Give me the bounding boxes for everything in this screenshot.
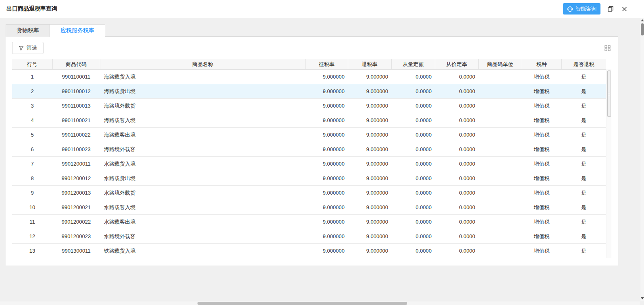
tab-taxable-service-rate[interactable]: 应税服务税率 — [50, 24, 105, 37]
cell-name: 海路载客出境 — [100, 128, 305, 142]
close-icon[interactable] — [621, 5, 628, 12]
cell-tax-rate: 9.000000 — [305, 142, 348, 157]
cell-tax-type: 增值税 — [522, 215, 561, 229]
column-header-code[interactable]: 商品代码 — [52, 59, 100, 70]
page-horizontal-scrollbar[interactable] — [0, 301, 640, 305]
cell-code: 9901100011 — [52, 70, 100, 84]
cell-code-unit — [478, 84, 522, 99]
cell-ad-valorem-rate: 0.0000 — [435, 99, 478, 113]
table-row[interactable]: 139901300011铁路载货入境9.0000009.0000000.0000… — [12, 244, 606, 258]
table-row[interactable]: 59901100022海路载客出境9.0000009.0000000.00000… — [12, 128, 606, 142]
table-header-row: 行号商品代码商品名称征税率退税率从量定额从价定率商品码单位税种是否退税 — [12, 59, 606, 70]
column-header-tax-type[interactable]: 税种 — [522, 59, 561, 70]
cell-quantity-quota: 0.0000 — [391, 84, 435, 99]
cell-ad-valorem-rate: 0.0000 — [435, 244, 478, 258]
cell-tax-type: 增值税 — [522, 84, 561, 99]
table-vertical-scrollbar-thumb[interactable] — [607, 71, 611, 117]
cell-tax-type: 增值税 — [522, 186, 561, 200]
smart-consult-label: 智能咨询 — [575, 5, 596, 12]
column-header-refundable[interactable]: 是否退税 — [561, 59, 606, 70]
cell-tax-rate: 9.000000 — [305, 84, 348, 99]
table-row[interactable]: 19901100011海路载货入境9.0000009.0000000.00000… — [12, 70, 606, 84]
cell-tax-rate: 9.000000 — [305, 186, 348, 200]
table-row[interactable]: 79901200011水路载货入境9.0000009.0000000.00000… — [12, 157, 606, 171]
column-header-refund-rate[interactable]: 退税率 — [348, 59, 391, 70]
cell-refund-rate: 9.000000 — [348, 229, 391, 244]
cell-code: 9901100013 — [52, 99, 100, 113]
cell-name: 海路境外载客 — [100, 142, 305, 157]
column-header-tax-rate[interactable]: 征税率 — [305, 59, 348, 70]
cell-ad-valorem-rate: 0.0000 — [435, 157, 478, 171]
cell-refundable: 是 — [561, 70, 606, 84]
content-panel: 筛选 行号商品代码商品名称征税率退税率从量定额从价定率商品码单位税种是否退税 1… — [6, 37, 618, 266]
scroll-up-arrow-icon[interactable] — [641, 19, 644, 21]
cell-refundable: 是 — [561, 186, 606, 200]
titlebar: 出口商品退税率查询 智能咨询 — [0, 0, 644, 18]
cell-code: 9901200022 — [52, 215, 100, 229]
cell-refund-rate: 9.000000 — [348, 99, 391, 113]
cell-code-unit — [478, 142, 522, 157]
cell-name: 水路载货出境 — [100, 171, 305, 186]
cell-name: 水路载客出境 — [100, 215, 305, 229]
cell-quantity-quota: 0.0000 — [391, 200, 435, 215]
cell-ad-valorem-rate: 0.0000 — [435, 84, 478, 99]
table-row[interactable]: 109901200021水路载客入境9.0000009.0000000.0000… — [12, 200, 606, 215]
table-row[interactable]: 49901100021海路载客入境9.0000009.0000000.00000… — [12, 113, 606, 128]
page-title: 出口商品退税率查询 — [6, 5, 57, 12]
tab-goods-rate[interactable]: 货物税率 — [6, 24, 50, 37]
filter-button[interactable]: 筛选 — [12, 42, 44, 54]
cell-row-no: 2 — [12, 84, 52, 99]
table-row[interactable]: 39901100013海路境外载货9.0000009.0000000.00000… — [12, 99, 606, 113]
table-row[interactable]: 89901200012水路载货出境9.0000009.0000000.00000… — [12, 171, 606, 186]
cell-refundable: 是 — [561, 142, 606, 157]
cell-tax-type: 增值税 — [522, 171, 561, 186]
page-horizontal-scrollbar-thumb[interactable] — [197, 302, 407, 305]
cell-refundable: 是 — [561, 229, 606, 244]
smart-consult-button[interactable]: 智能咨询 — [563, 3, 600, 15]
column-header-row-no[interactable]: 行号 — [12, 59, 52, 70]
cell-refundable: 是 — [561, 200, 606, 215]
cell-quantity-quota: 0.0000 — [391, 99, 435, 113]
cell-code-unit — [478, 171, 522, 186]
table-toolbar: 筛选 — [12, 42, 612, 54]
cell-refund-rate: 9.000000 — [348, 70, 391, 84]
column-header-ad-valorem-rate[interactable]: 从价定率 — [435, 59, 478, 70]
column-settings-icon[interactable] — [605, 45, 611, 52]
restore-window-icon[interactable] — [607, 5, 614, 12]
cell-quantity-quota: 0.0000 — [391, 171, 435, 186]
scroll-down-arrow-icon[interactable] — [641, 297, 644, 299]
cell-code-unit — [478, 157, 522, 171]
table-row[interactable]: 69901100023海路境外载客9.0000009.0000000.00000… — [12, 142, 606, 157]
column-header-quantity-quota[interactable]: 从量定额 — [391, 59, 435, 70]
cell-ad-valorem-rate: 0.0000 — [435, 70, 478, 84]
cell-ad-valorem-rate: 0.0000 — [435, 229, 478, 244]
headset-icon — [567, 6, 573, 12]
cell-code: 9901100021 — [52, 113, 100, 128]
cell-refundable: 是 — [561, 215, 606, 229]
cell-tax-rate: 9.000000 — [305, 99, 348, 113]
cell-row-no: 5 — [12, 128, 52, 142]
cell-quantity-quota: 0.0000 — [391, 128, 435, 142]
cell-tax-rate: 9.000000 — [305, 70, 348, 84]
cell-code-unit — [478, 215, 522, 229]
page-vertical-scrollbar-thumb[interactable] — [641, 23, 644, 35]
cell-row-no: 9 — [12, 186, 52, 200]
table-vertical-scrollbar[interactable] — [607, 69, 611, 258]
column-header-code-unit[interactable]: 商品码单位 — [478, 59, 522, 70]
cell-code-unit — [478, 70, 522, 84]
tab-taxable-service-rate-label: 应税服务税率 — [60, 27, 94, 34]
cell-refundable: 是 — [561, 157, 606, 171]
table-row[interactable]: 29901100012海路载货出境9.0000009.0000000.00000… — [12, 84, 606, 99]
cell-code-unit — [478, 229, 522, 244]
cell-refund-rate: 9.000000 — [348, 142, 391, 157]
page-vertical-scrollbar[interactable] — [640, 18, 644, 301]
cell-tax-type: 增值税 — [522, 142, 561, 157]
table-row[interactable]: 119901200022水路载客出境9.0000009.0000000.0000… — [12, 215, 606, 229]
table-row[interactable]: 129901200023水路境外载客9.0000009.0000000.0000… — [12, 229, 606, 244]
cell-tax-rate: 9.000000 — [305, 200, 348, 215]
cell-tax-type: 增值税 — [522, 229, 561, 244]
column-header-name[interactable]: 商品名称 — [100, 59, 305, 70]
table-row[interactable]: 99901200013水路境外载货9.0000009.0000000.00000… — [12, 186, 606, 200]
cell-tax-type: 增值税 — [522, 157, 561, 171]
cell-tax-type: 增值税 — [522, 113, 561, 128]
